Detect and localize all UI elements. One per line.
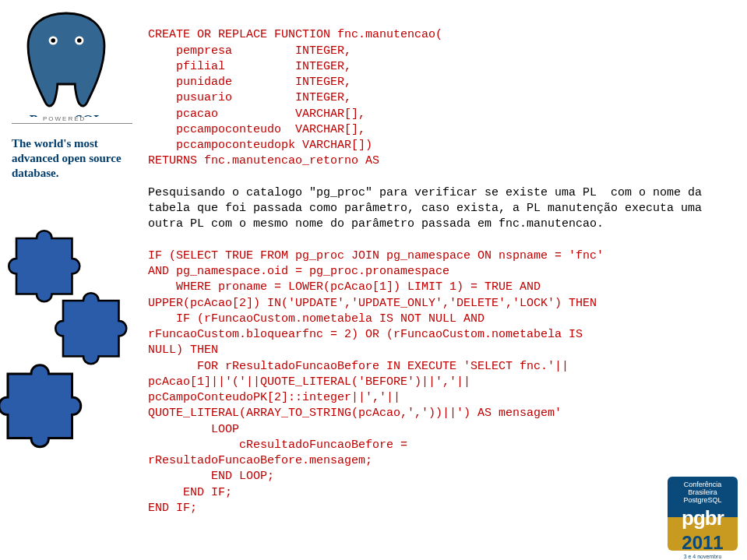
code-line: END IF; — [148, 502, 197, 515]
code-line: CREATE OR REPLACE FUNCTION fnc.manutenca… — [148, 28, 442, 41]
code-line: pccampoconteudo VARCHAR[], — [148, 123, 365, 136]
sidebar: PostgreSQL POWERED The world's most adva… — [0, 0, 144, 560]
code-line: rResultadoFuncaoBefore.mensagem; — [148, 454, 372, 467]
tagline-text: The world's most advanced open source da… — [12, 136, 136, 180]
code-line: pcacao VARCHAR[], — [148, 107, 365, 121]
code-line: pempresa INTEGER, — [148, 44, 351, 58]
code-line: punidade INTEGER, — [148, 76, 351, 89]
code-line: LOOP — [148, 423, 239, 436]
code-line: END LOOP; — [148, 470, 274, 483]
code-line: pcCampoConteudoPK[2]::integer||','|| — [148, 391, 400, 404]
code-line: pfilial INTEGER, — [148, 60, 351, 73]
puzzle-piece-icon — [0, 350, 101, 467]
code-block: CREATE OR REPLACE FUNCTION fnc.manutenca… — [148, 12, 724, 516]
code-line: RETURNS fnc.manutencao_retorno AS — [148, 154, 379, 167]
svg-point-3 — [77, 38, 82, 43]
pgbr-conference-badge: Conferência Brasileira PostgreSQL pgbr 2… — [668, 477, 738, 551]
postgresql-logo: PostgreSQL — [12, 8, 121, 117]
powered-label: POWERED — [43, 115, 86, 122]
code-line: cResultadoFuncaoBefore = — [148, 438, 407, 452]
badge-line: PostgreSQL — [668, 497, 738, 505]
code-line: FOR rResultadoFuncaoBefore IN EXECUTE 'S… — [148, 360, 569, 373]
code-line: rFuncaoCustom.bloquearfnc = 2) OR (rFunc… — [148, 328, 583, 341]
code-line: NULL) THEN — [148, 343, 218, 357]
svg-point-2 — [51, 38, 55, 43]
code-line: WHERE proname = LOWER(pcAcao[1]) LIMIT 1… — [148, 280, 541, 294]
code-line: IF (SELECT TRUE FROM pg_proc JOIN pg_nam… — [148, 249, 604, 262]
code-line: END IF; — [148, 486, 232, 499]
badge-mid: pgbr — [668, 506, 738, 530]
code-line: pusuario INTEGER, — [148, 91, 351, 104]
code-line: pcAcao[1]||'('||QUOTE_LITERAL('BEFORE')|… — [148, 375, 470, 389]
code-line: UPPER(pcAcao[2]) IN('UPDATE','UPDATE_ONL… — [148, 297, 597, 310]
code-line: IF (rFuncaoCustom.nometabela IS NOT NULL… — [148, 312, 484, 326]
code-line: pccampoconteudopk VARCHAR[]) — [148, 139, 372, 152]
code-line: AND pg_namespace.oid = pg_proc.pronamesp… — [148, 265, 449, 278]
explanation-text: Pesquisando o catalogo "pg_proc" para ve… — [148, 186, 709, 231]
badge-date: 3 e 4 novembro — [668, 554, 738, 559]
code-line: QUOTE_LITERAL(ARRAY_TO_STRING(pcAcao,','… — [148, 407, 562, 420]
sidebar-divider — [12, 123, 132, 124]
badge-year: 2011 — [668, 532, 738, 554]
